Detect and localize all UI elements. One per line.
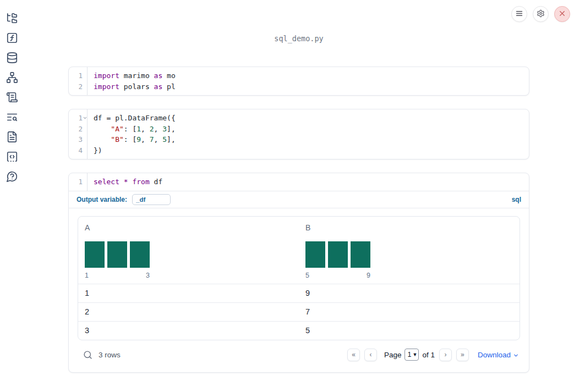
code-square-icon [6,151,18,163]
next-page-button[interactable]: › [439,349,452,361]
sidebar-item-snippets[interactable] [6,151,18,163]
tick-label: 9 [367,272,370,279]
histogram-ticks: 13 [85,272,150,279]
line-number-gutter: 1234 [69,109,88,159]
window-controls [511,6,570,22]
output-variable-input[interactable] [132,194,171,205]
table-cell: 9 [299,284,520,302]
tick-label: 1 [85,272,89,279]
column-name[interactable]: B [305,223,513,232]
code-line[interactable]: import marimo as mo [94,70,529,81]
language-badge: sql [512,196,523,203]
sql-editor[interactable]: 1 select * from df [69,173,529,191]
previous-page-button[interactable]: ‹ [364,349,377,361]
folder-tree-icon [6,12,18,24]
database-icon [6,52,18,64]
table-row[interactable]: 27 [78,302,520,321]
line-number-gutter: 12 [69,67,88,95]
code-line[interactable]: }) [94,145,529,156]
line-number: 1 [69,70,87,81]
menu-button[interactable] [511,6,527,22]
line-number-gutter: 1 [69,173,88,191]
sidebar-item-data-sources[interactable] [6,52,18,64]
sidebar-item-dependency-graph[interactable] [6,71,18,84]
close-icon [558,9,566,19]
code-content[interactable]: df = pl.DataFrame({ "A": [1, 2, 3], "B":… [88,109,529,159]
column-histogram: 13 [85,241,292,279]
code-editor[interactable]: 12 import marimo as moimport polars as p… [69,67,529,95]
sidebar-item-outline[interactable] [6,111,18,123]
line-number: 2 [69,81,87,92]
code-cell-imports: 12 import marimo as moimport polars as p… [68,67,529,96]
code-content[interactable]: select * from df [88,173,529,191]
sidebar-item-variables[interactable] [6,32,18,44]
sidebar-item-logs[interactable] [6,91,18,103]
page-select[interactable]: 1 ▼ [404,349,419,361]
function-square-icon [6,32,18,44]
chevron-right-icon: › [444,351,446,358]
file-text-icon [6,131,18,143]
table-body: 192735 [78,284,520,340]
table-row[interactable]: 19 [78,284,520,302]
column-name[interactable]: A [85,223,292,232]
histogram-bar [305,241,325,268]
code-line[interactable]: "B": [9, 7, 5], [94,134,529,145]
chevron-left-icon: ‹ [370,351,372,358]
help-circle-icon [6,170,18,183]
chevron-down-icon [513,352,519,358]
code-editor[interactable]: 1234 df = pl.DataFrame({ "A": [1, 2, 3],… [69,109,529,159]
table-cell: 5 [299,322,520,340]
first-page-button[interactable]: « [347,349,360,361]
cell-output: A13B59 192735 3 rows « ‹ Page 1 ▼ of 1 ›… [69,208,529,372]
close-button[interactable] [554,6,570,22]
download-label: Download [478,351,511,359]
sidebar-item-help[interactable] [6,170,18,183]
line-number: 1 [69,176,87,187]
chevrons-left-icon: « [352,351,356,358]
table-footer: 3 rows « ‹ Page 1 ▼ of 1 › » Download [78,340,520,365]
sidebar-item-file-explorer[interactable] [6,12,18,24]
gear-icon [537,9,545,19]
chevron-down-icon: ▼ [413,352,418,357]
fold-chevron-icon[interactable] [83,115,88,120]
hamburger-menu-icon [515,9,523,19]
histogram-ticks: 59 [305,272,370,279]
code-line[interactable]: df = pl.DataFrame({ [94,113,529,124]
network-icon [6,71,18,84]
notebook: sql_demo.py 12 import marimo as moimport… [68,34,529,373]
tick-label: 3 [146,272,150,279]
table-column-header[interactable]: B59 [299,222,520,284]
chevrons-right-icon: » [461,351,464,358]
row-count: 3 rows [99,351,121,359]
code-cell-dataframe: 1234 df = pl.DataFrame({ "A": [1, 2, 3],… [68,109,529,159]
line-number: 4 [69,145,87,156]
notebook-filename[interactable]: sql_demo.py [68,34,529,43]
code-line[interactable]: import polars as pl [94,81,529,92]
table-cell: 2 [78,303,299,321]
page-total-label: of 1 [422,351,435,359]
table-cell: 7 [299,303,520,321]
output-variable-row: Output variable: sql [69,191,529,208]
table-column-header[interactable]: A13 [78,222,299,284]
sql-cell: 1 select * from df Output variable: sql … [68,173,529,373]
table-row[interactable]: 35 [78,321,520,340]
code-line[interactable]: "A": [1, 2, 3], [94,124,529,135]
code-line[interactable]: select * from df [94,176,529,187]
search-icon[interactable] [83,350,92,360]
download-button[interactable]: Download [478,351,519,359]
code-content[interactable]: import marimo as moimport polars as pl [88,67,529,95]
histogram-bar [328,241,348,268]
settings-button[interactable] [533,6,549,22]
line-number: 3 [69,134,87,145]
sidebar-item-documentation[interactable] [6,131,18,143]
histogram-bar [85,241,105,268]
tick-label: 5 [305,272,309,279]
table-header: A13B59 [78,217,520,284]
line-number: 1 [69,113,87,124]
text-search-icon [6,111,18,123]
last-page-button[interactable]: » [456,349,469,361]
table-cell: 3 [78,322,299,340]
column-histogram: 59 [305,241,513,279]
table-cell: 1 [78,284,299,302]
page-select-value: 1 [408,351,412,358]
